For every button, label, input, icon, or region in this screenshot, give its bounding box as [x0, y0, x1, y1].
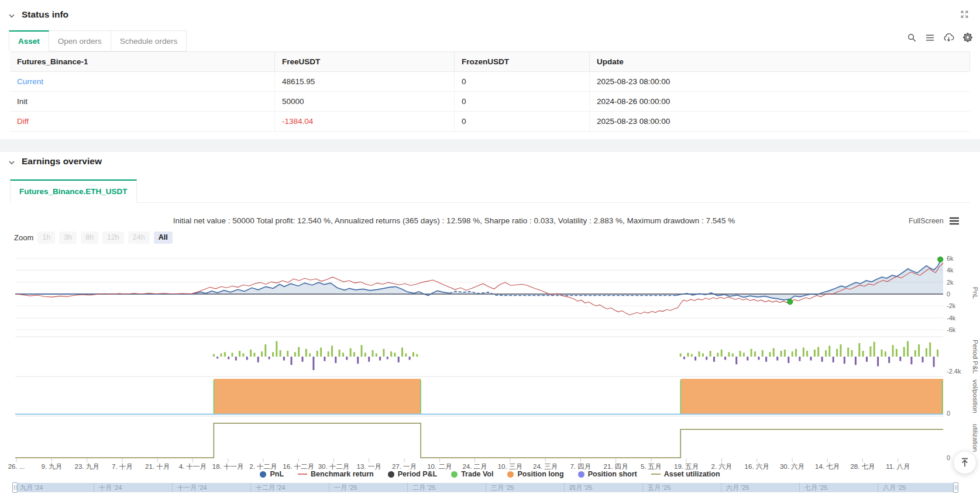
svg-text:13. 一月: 13. 一月: [357, 463, 381, 470]
section-divider: [0, 139, 980, 152]
navigator-month-25: 七月 '25: [799, 483, 878, 492]
tab-asset[interactable]: Asset: [9, 30, 49, 51]
status-toolbar: [907, 32, 973, 43]
svg-text:Period P&L: Period P&L: [972, 340, 979, 374]
earnings-stats-line: Initial net value : 50000 Total profit: …: [15, 216, 893, 225]
navigator-month-24: 十月 '24: [94, 483, 172, 492]
legend-swatch-benchmark-return: [298, 474, 307, 475]
tab-open-orders[interactable]: Open orders: [49, 30, 111, 51]
svg-text:21. 四月: 21. 四月: [604, 463, 628, 470]
navigator-month-25: 二月 '25: [407, 483, 486, 492]
svg-text:0: 0: [947, 410, 950, 417]
cloud-download-icon[interactable]: [943, 33, 954, 43]
fullscreen-button[interactable]: FullScreen: [909, 217, 944, 225]
row-label: Diff: [10, 112, 275, 131]
navigator-month-25: 八月 '25: [878, 483, 956, 492]
legend-label: Position short: [588, 470, 637, 478]
frozen-usdt-value: 0: [455, 72, 590, 91]
chevron-down-icon[interactable]: [8, 12, 15, 19]
zoom-8h-button[interactable]: 8h: [81, 232, 98, 244]
update-value: 2024-08-26 00:00:00: [590, 92, 970, 111]
expand-icon[interactable]: [960, 9, 969, 19]
zoom-label: Zoom: [14, 233, 33, 242]
navigator-month-25: 六月 '25: [721, 483, 799, 492]
chart-navigator[interactable]: 九月 '24十月 '24十一月 '24十二月 '24一月 '25二月 '25三月…: [15, 483, 956, 492]
svg-text:18. 十一月: 18. 十一月: [212, 463, 244, 470]
status-tabbar: AssetOpen ordersSchedule orders: [9, 30, 187, 51]
gear-icon[interactable]: [962, 32, 973, 43]
legend-label: Period P&L: [398, 470, 437, 478]
update-value: 2025-08-23 08:00:00: [590, 72, 970, 91]
navigator-month-25: 四月 '25: [564, 483, 642, 492]
svg-text:21. 十月: 21. 十月: [145, 463, 170, 470]
navigator-month-24: 十二月 '24: [250, 483, 329, 492]
earnings-chart[interactable]: 6k4k2k0-2k-4k-6k-2.4k0026. ...9. 九月23. 九…: [0, 248, 980, 474]
back-to-top-button[interactable]: [953, 451, 976, 474]
svg-text:2. 六月: 2. 六月: [711, 463, 733, 470]
legend-swatch-position-long: [507, 471, 514, 478]
legend-label: Position long: [517, 470, 563, 478]
legend-position-long[interactable]: Position long: [507, 470, 563, 478]
frozen-usdt-value: 0: [455, 112, 590, 131]
zoom-1h-button[interactable]: 1h: [37, 232, 55, 244]
svg-text:30. 六月: 30. 六月: [780, 463, 804, 470]
legend-pnl[interactable]: PnL: [260, 470, 284, 478]
earnings-tabbar: Futures_Binance.ETH_USDT: [10, 179, 137, 203]
tab-schedule-orders[interactable]: Schedule orders: [111, 30, 187, 51]
chart-menu-icon[interactable]: [949, 216, 960, 226]
svg-text:0: 0: [947, 291, 950, 298]
svg-text:vol/position: vol/position: [972, 379, 979, 413]
svg-text:4. 十一月: 4. 十一月: [179, 463, 207, 470]
zoom-3h-button[interactable]: 3h: [59, 232, 77, 244]
tabbar-underline: [10, 202, 970, 203]
svg-text:9. 九月: 9. 九月: [41, 463, 62, 470]
svg-text:16. 十二月: 16. 十二月: [283, 463, 314, 470]
legend-asset-utilization[interactable]: Asset utilization: [651, 470, 720, 478]
svg-text:24. 三月: 24. 三月: [533, 463, 558, 470]
svg-text:30. 十二月: 30. 十二月: [318, 463, 350, 470]
table-row-current[interactable]: Current48615.9502025-08-23 08:00:00: [10, 72, 970, 92]
legend-trade-vol[interactable]: Trade Vol: [451, 470, 493, 478]
navigator-handle-left[interactable]: [12, 482, 18, 493]
row-label: Current: [10, 72, 275, 91]
svg-text:2k: 2k: [947, 279, 954, 286]
navigator-month-24: 九月 '24: [15, 483, 94, 492]
legend-benchmark-return[interactable]: Benchmark return: [298, 470, 374, 478]
svg-text:-2.4k: -2.4k: [947, 368, 961, 375]
navigator-handle-right[interactable]: [953, 482, 958, 493]
legend-position-short[interactable]: Position short: [578, 470, 637, 478]
chevron-down-icon[interactable]: [8, 159, 15, 166]
search-icon[interactable]: [907, 33, 917, 43]
free-usdt-value: 48615.95: [275, 72, 455, 91]
navigator-month-25: 一月 '25: [329, 483, 407, 492]
zoom-12h-button[interactable]: 12h: [102, 232, 124, 244]
zoom-24h-button[interactable]: 24h: [128, 232, 150, 244]
svg-text:26. ...: 26. ...: [8, 463, 25, 470]
legend-label: Trade Vol: [461, 470, 493, 478]
navigator-month-24: 十一月 '24: [172, 483, 250, 492]
svg-text:11. 八月: 11. 八月: [886, 463, 910, 470]
svg-text:14. 七月: 14. 七月: [815, 463, 840, 470]
free-usdt-value: 50000: [275, 92, 455, 111]
legend-label: Benchmark return: [311, 470, 374, 478]
navigator-month-25: 五月 '25: [642, 483, 721, 492]
svg-text:23. 九月: 23. 九月: [75, 463, 99, 470]
svg-text:24. 二月: 24. 二月: [462, 463, 487, 470]
svg-text:2. 十二月: 2. 十二月: [249, 463, 277, 470]
legend-period-p-l[interactable]: Period P&L: [388, 470, 437, 478]
zoom-all-button[interactable]: All: [154, 232, 173, 244]
navigator-month-25: 三月 '25: [486, 483, 564, 492]
table-row-init[interactable]: Init5000002024-08-26 00:00:00: [10, 92, 970, 112]
legend-label: PnL: [270, 470, 284, 478]
row-label: Init: [10, 92, 275, 111]
menu-icon[interactable]: [925, 33, 935, 43]
free-usdt-value: -1384.04: [275, 112, 455, 131]
svg-text:19. 五月: 19. 五月: [674, 463, 699, 470]
legend-swatch-period-p-l: [388, 471, 394, 478]
table-row-diff[interactable]: Diff-1384.0402025-08-23 08:00:00: [10, 112, 970, 132]
chart-legend: PnLBenchmark returnPeriod P&LTrade VolPo…: [0, 470, 980, 478]
svg-text:-2k: -2k: [947, 302, 956, 309]
tab-futures-binance-eth-usdt[interactable]: Futures_Binance.ETH_USDT: [10, 179, 137, 203]
svg-text:6k: 6k: [947, 255, 954, 262]
frozen-usdt-value: 0: [455, 92, 590, 111]
